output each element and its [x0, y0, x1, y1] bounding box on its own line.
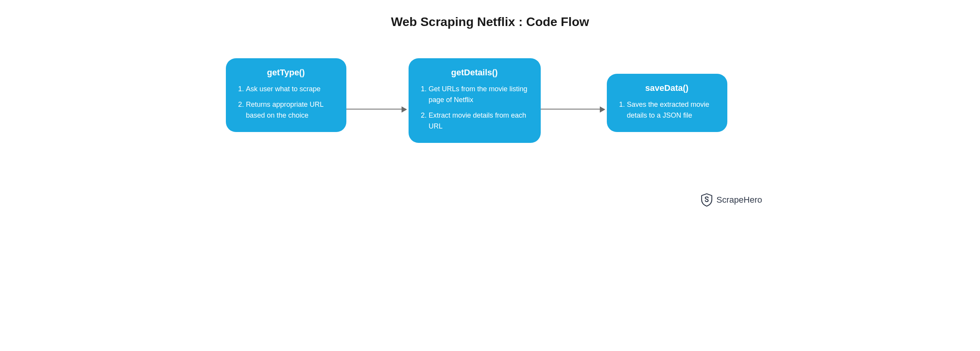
brand-name: ScrapeHero	[716, 195, 762, 205]
flow-arrow-icon	[346, 109, 406, 109]
flow-box-savedata: saveData() Saves the extracted movie det…	[607, 74, 727, 132]
flow-step: Extract movie details from each URL	[429, 110, 530, 132]
flow-step: Get URLs from the movie listing page of …	[429, 84, 530, 106]
flow-step: Returns appropriate URL based on the cho…	[246, 99, 335, 121]
flow-arrow-icon	[541, 109, 604, 109]
flow-step: Saves the extracted movie details to a J…	[627, 99, 716, 121]
flow-box-list: Get URLs from the movie listing page of …	[419, 84, 530, 132]
flow-box-getdetails: getDetails() Get URLs from the movie lis…	[409, 58, 541, 143]
flow-box-title: getDetails()	[419, 68, 530, 78]
flow-box-list: Ask user what to scrape Returns appropri…	[237, 84, 335, 121]
diagram-title: Web Scraping Netflix : Code Flow	[191, 15, 790, 29]
shield-icon	[701, 193, 713, 207]
brand-logo: ScrapeHero	[701, 193, 762, 207]
flow-box-list: Saves the extracted movie details to a J…	[618, 99, 716, 121]
flow-box-gettype: getType() Ask user what to scrape Return…	[226, 58, 346, 132]
diagram-canvas: Web Scraping Netflix : Code Flow getType…	[191, 0, 790, 217]
flow-step: Ask user what to scrape	[246, 84, 335, 95]
flow-box-title: getType()	[237, 68, 335, 78]
flow-box-title: saveData()	[618, 83, 716, 93]
